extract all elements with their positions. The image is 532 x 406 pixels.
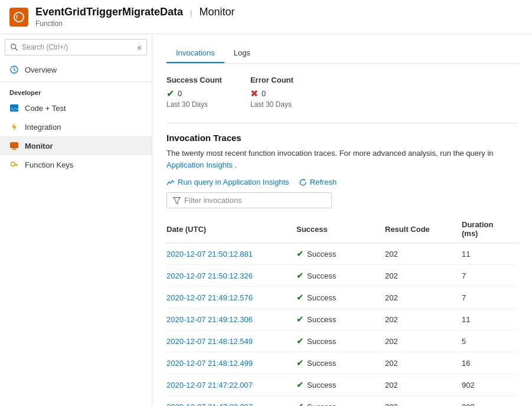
col-result-header: Result Code [385, 215, 462, 243]
cell-duration: 7 [462, 265, 518, 287]
success-label: Success [307, 293, 336, 302]
cell-success: ✔ Success [296, 352, 385, 374]
cell-result-code: 202 [385, 265, 462, 287]
svg-text:f: f [16, 14, 18, 21]
cell-date[interactable]: 2020-12-07 21:50:12.881 [167, 243, 296, 265]
sidebar-item-code-test[interactable]: </> Code + Test [0, 99, 152, 117]
table-row: 2020-12-07 21:50:12.881 ✔ Success 202 11 [167, 243, 518, 265]
sidebar-item-function-keys[interactable]: Function Keys [0, 155, 152, 174]
search-box[interactable]: Search (Ctrl+/) « [5, 39, 147, 55]
svg-marker-13 [303, 178, 305, 181]
success-metric-value: 0 [178, 89, 182, 98]
cell-success: ✔ Success [296, 330, 385, 352]
cell-result-code: 202 [385, 396, 462, 407]
run-query-label: Run query in Application Insights [178, 178, 289, 186]
success-label: Success [307, 337, 336, 346]
success-label: Success [307, 381, 336, 389]
sidebar: Search (Ctrl+/) « Overview Developer </>… [0, 34, 152, 406]
refresh-label: Refresh [310, 178, 337, 186]
svg-point-9 [11, 162, 15, 166]
cell-result-code: 202 [385, 243, 462, 265]
sidebar-item-overview-label: Overview [25, 66, 57, 74]
cell-duration: 11 [462, 243, 518, 265]
table-row: 2020-12-07 21:50:12.326 ✔ Success 202 7 [167, 265, 518, 287]
cell-result-code: 202 [385, 374, 462, 396]
table-row: 2020-12-07 21:47:22.007 ✔ Success 202 90… [167, 396, 518, 407]
cell-date[interactable]: 2020-12-07 21:47:22.007 [167, 396, 296, 407]
monitor-icon [9, 141, 19, 150]
nav-divider [0, 81, 152, 82]
lightning-icon [9, 122, 19, 132]
tab-invocations[interactable]: Invocations [167, 44, 224, 63]
sidebar-item-integration[interactable]: Integration [0, 117, 152, 136]
error-metric-value: 0 [262, 89, 266, 98]
success-status-icon: ✔ [296, 292, 304, 303]
metrics-row: Success Count ✔ 0 Last 30 Days Error Cou… [167, 76, 518, 109]
svg-marker-14 [174, 198, 180, 204]
cell-date[interactable]: 2020-12-07 21:48:12.499 [167, 352, 296, 374]
cell-date[interactable]: 2020-12-07 21:49:12.576 [167, 287, 296, 309]
cell-date[interactable]: 2020-12-07 21:50:12.326 [167, 265, 296, 287]
page-name: Monitor [199, 6, 234, 18]
invocation-traces-desc-text2: . [235, 161, 237, 169]
cell-success: ✔ Success [296, 287, 385, 309]
svg-rect-7 [10, 142, 18, 148]
sidebar-item-function-keys-label: Function Keys [25, 161, 73, 169]
function-icon: f [9, 8, 28, 27]
cell-success: ✔ Success [296, 309, 385, 330]
success-status-icon: ✔ [296, 248, 304, 259]
filter-box[interactable]: Filter invocations [167, 192, 332, 208]
overview-icon [9, 65, 19, 74]
svg-rect-12 [15, 165, 17, 166]
cell-date[interactable]: 2020-12-07 21:49:12.306 [167, 309, 296, 330]
success-label: Success [307, 250, 336, 258]
key-icon [9, 160, 19, 169]
success-metric: Success Count ✔ 0 Last 30 Days [167, 76, 222, 109]
svg-text:</>: </> [11, 107, 19, 112]
cell-duration: 11 [462, 309, 518, 330]
error-metric: Error Count ✖ 0 Last 30 Days [250, 76, 293, 109]
sidebar-item-integration-label: Integration [25, 123, 61, 132]
tabs: Invocations Logs [167, 44, 518, 64]
code-icon: </> [9, 103, 19, 113]
table-row: 2020-12-07 21:47:22.007 ✔ Success 202 90… [167, 374, 518, 396]
invocations-table: Date (UTC) Success Result Code Duration … [167, 215, 518, 406]
success-label: Success [307, 315, 336, 324]
search-placeholder: Search (Ctrl+/) [22, 43, 68, 51]
cell-date[interactable]: 2020-12-07 21:48:12.549 [167, 330, 296, 352]
section-divider [167, 123, 518, 123]
cell-success: ✔ Success [296, 243, 385, 265]
success-status-icon: ✔ [296, 358, 304, 368]
cell-duration: 7 [462, 287, 518, 309]
col-duration-header: Duration (ms) [462, 215, 518, 243]
refresh-link[interactable]: Refresh [299, 178, 337, 186]
header-subtitle: Function [35, 19, 234, 28]
error-metric-label: Error Count [250, 76, 293, 84]
success-label: Success [307, 402, 336, 407]
function-name: EventGridTriggerMigrateData [35, 6, 183, 18]
search-icon [10, 43, 18, 51]
svg-rect-10 [15, 164, 18, 165]
svg-marker-6 [12, 123, 17, 131]
collapse-button[interactable]: « [137, 42, 142, 52]
application-insights-link[interactable]: Application Insights [167, 161, 233, 169]
error-metric-period: Last 30 Days [250, 100, 293, 109]
invocation-traces-title: Invocation Traces [167, 133, 518, 143]
cell-date[interactable]: 2020-12-07 21:47:22.007 [167, 374, 296, 396]
error-icon: ✖ [250, 88, 258, 99]
table-row: 2020-12-07 21:48:12.499 ✔ Success 202 16 [167, 352, 518, 374]
cell-result-code: 202 [385, 309, 462, 330]
cell-success: ✔ Success [296, 396, 385, 407]
svg-point-2 [11, 44, 16, 49]
cell-duration: 902 [462, 374, 518, 396]
table-row: 2020-12-07 21:49:12.576 ✔ Success 202 7 [167, 287, 518, 309]
sidebar-item-monitor[interactable]: Monitor [0, 136, 152, 155]
run-query-link[interactable]: Run query in Application Insights [167, 178, 289, 186]
svg-line-3 [15, 48, 18, 51]
page-header: f EventGridTriggerMigrateData | Monitor … [0, 0, 532, 34]
tab-logs[interactable]: Logs [224, 44, 260, 63]
sidebar-item-overview[interactable]: Overview [0, 60, 152, 79]
success-status-icon: ✔ [296, 336, 304, 346]
filter-icon [173, 197, 181, 204]
cell-result-code: 202 [385, 287, 462, 309]
